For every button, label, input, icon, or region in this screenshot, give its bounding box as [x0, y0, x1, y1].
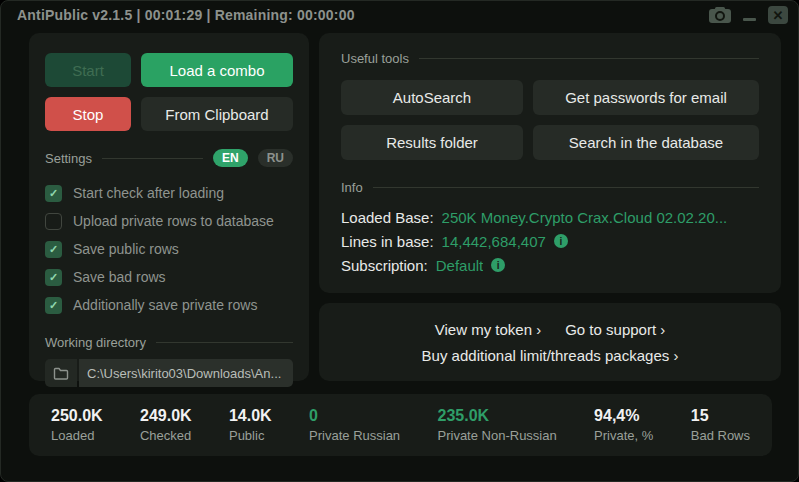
checkbox-checked-icon[interactable]: ✓	[45, 241, 62, 258]
stat-label: Bad Rows	[691, 428, 750, 443]
checkbox-additionally-save-private-rows[interactable]: ✓ Additionally save private rows	[45, 291, 293, 319]
subscription-label: Subscription:	[341, 257, 428, 274]
lines-in-base-row: Lines in base: 14,442,684,407 i	[341, 229, 759, 253]
stop-button[interactable]: Stop	[45, 97, 131, 131]
divider	[373, 187, 759, 188]
stat-value: 250.0K	[51, 407, 103, 425]
settings-label: Settings	[45, 151, 92, 166]
stat-public: 14.0K Public	[229, 407, 272, 443]
checkbox-label: Save public rows	[73, 241, 179, 257]
folder-icon	[53, 367, 69, 380]
stat-label: Private Non-Russian	[438, 428, 557, 443]
tools-info-panel: Useful tools AutoSearch Get passwords fo…	[319, 33, 781, 293]
checkbox-label: Additionally save private rows	[73, 297, 257, 313]
stats-bar: 250.0K Loaded 249.0K Checked 14.0K Publi…	[29, 394, 772, 456]
browse-folder-button[interactable]	[45, 359, 77, 387]
buy-packages-link[interactable]: Buy additional limit/threads packages ›	[422, 347, 679, 364]
loaded-base-row: Loaded Base: 250K Money.Crypto Crax.Clou…	[341, 205, 759, 229]
subscription-row: Subscription: Default i	[341, 253, 759, 277]
checkbox-start-check-after-loading[interactable]: ✓ Start check after loading	[45, 179, 293, 207]
checkbox-save-public-rows[interactable]: ✓ Save public rows	[45, 235, 293, 263]
stat-bad-rows: 15 Bad Rows	[691, 407, 750, 443]
checkbox-label: Upload private rows to database	[73, 213, 274, 229]
stat-private-non-russian: 235.0K Private Non-Russian	[438, 407, 557, 443]
stat-label: Loaded	[51, 428, 103, 443]
load-combo-button[interactable]: Load a combo	[141, 53, 293, 87]
get-passwords-button[interactable]: Get passwords for email	[533, 80, 759, 115]
info-label: Info	[341, 180, 363, 195]
useful-tools-label: Useful tools	[341, 51, 409, 66]
view-my-token-link[interactable]: View my token ›	[435, 321, 541, 338]
language-en-toggle[interactable]: EN	[213, 149, 248, 167]
lines-in-base-value: 14,442,684,407	[442, 233, 546, 250]
app-window: AntiPublic v2.1.5 | 00:01:29 | Remaining…	[0, 0, 799, 482]
run-buttons: Start Load a combo Stop From Clipboard	[45, 53, 293, 131]
stat-label: Public	[229, 428, 272, 443]
working-directory-row	[45, 359, 293, 387]
checkbox-checked-icon[interactable]: ✓	[45, 185, 62, 202]
lines-in-base-label: Lines in base:	[341, 233, 434, 250]
stat-label: Private, %	[594, 428, 653, 443]
control-panel: Start Load a combo Stop From Clipboard S…	[29, 33, 309, 381]
results-folder-button[interactable]: Results folder	[341, 125, 523, 160]
links-line-2: Buy additional limit/threads packages ›	[422, 347, 679, 364]
info-icon[interactable]: i	[491, 258, 505, 272]
loaded-base-label: Loaded Base:	[341, 209, 434, 226]
screenshot-camera-icon[interactable]	[709, 7, 731, 23]
stat-value: 94,4%	[594, 407, 653, 425]
checkbox-upload-private-rows[interactable]: Upload private rows to database	[45, 207, 293, 235]
useful-tools-header: Useful tools	[341, 51, 759, 66]
title-bar: AntiPublic v2.1.5 | 00:01:29 | Remaining…	[1, 1, 798, 29]
settings-header: Settings EN RU	[45, 149, 293, 167]
stat-value: 249.0K	[140, 407, 192, 425]
info-icon[interactable]: i	[554, 234, 568, 248]
stat-loaded: 250.0K Loaded	[51, 407, 103, 443]
minimize-button[interactable]	[743, 18, 756, 21]
stat-checked: 249.0K Checked	[140, 407, 192, 443]
stat-value: 0	[309, 407, 400, 425]
working-directory-label: Working directory	[45, 335, 146, 350]
checkbox-checked-icon[interactable]: ✓	[45, 297, 62, 314]
from-clipboard-button[interactable]: From Clipboard	[141, 97, 293, 131]
window-controls: ✕	[709, 6, 788, 24]
checkbox-checked-icon[interactable]: ✓	[45, 269, 62, 286]
stat-private-percent: 94,4% Private, %	[594, 407, 653, 443]
links-line-1: View my token › Go to support ›	[435, 321, 666, 338]
working-directory-header: Working directory	[45, 335, 293, 350]
working-directory-path-input[interactable]	[79, 359, 293, 387]
autosearch-button[interactable]: AutoSearch	[341, 80, 523, 115]
go-to-support-link[interactable]: Go to support ›	[565, 321, 665, 338]
stat-label: Private Russian	[309, 428, 400, 443]
stat-value: 15	[691, 407, 750, 425]
divider	[102, 158, 203, 159]
checkbox-label: Start check after loading	[73, 185, 224, 201]
stat-value: 235.0K	[438, 407, 557, 425]
links-panel: View my token › Go to support › Buy addi…	[319, 303, 781, 381]
settings-checkbox-list: ✓ Start check after loading Upload priva…	[45, 179, 293, 319]
language-ru-toggle[interactable]: RU	[258, 149, 293, 167]
start-button[interactable]: Start	[45, 53, 131, 87]
search-database-button[interactable]: Search in the database	[533, 125, 759, 160]
loaded-base-value: 250K Money.Crypto Crax.Cloud 02.02.20...	[442, 209, 728, 226]
divider	[156, 342, 293, 343]
info-rows: Loaded Base: 250K Money.Crypto Crax.Clou…	[341, 205, 759, 277]
stat-value: 14.0K	[229, 407, 272, 425]
divider	[419, 58, 759, 59]
subscription-value: Default	[436, 257, 484, 274]
info-header: Info	[341, 180, 759, 195]
close-button[interactable]: ✕	[768, 6, 788, 24]
useful-tools-grid: AutoSearch Get passwords for email Resul…	[341, 80, 759, 160]
stat-private-russian: 0 Private Russian	[309, 407, 400, 443]
checkbox-unchecked-icon[interactable]	[45, 213, 62, 230]
stat-label: Checked	[140, 428, 192, 443]
window-title: AntiPublic v2.1.5 | 00:01:29 | Remaining…	[17, 7, 355, 23]
checkbox-save-bad-rows[interactable]: ✓ Save bad rows	[45, 263, 293, 291]
checkbox-label: Save bad rows	[73, 269, 166, 285]
